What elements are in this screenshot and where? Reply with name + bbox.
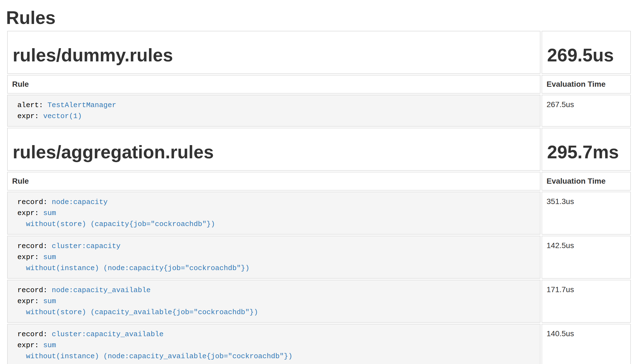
rule-expr-link[interactable]: sum xyxy=(43,297,56,305)
rule-file-header-row: rules/aggregation.rules 295.7ms xyxy=(7,128,631,171)
rule-name-link[interactable]: node:capacity_available xyxy=(52,286,151,294)
rule-expr-link-continued[interactable]: without(instance) (node:capacity_availab… xyxy=(17,352,293,360)
rules-table: rules/dummy.rules 269.5us Rule Evaluatio… xyxy=(6,30,632,364)
rule-file-header-row: rules/dummy.rules 269.5us xyxy=(7,31,631,74)
rule-eval-time: 142.5us xyxy=(542,236,631,279)
rule-expr-keyword: expr: xyxy=(17,112,43,120)
rule-keyword: alert: xyxy=(17,101,47,109)
rule-keyword: record: xyxy=(17,242,52,250)
column-header-rule: Rule xyxy=(7,172,540,191)
rule-name-link[interactable]: TestAlertManager xyxy=(47,101,116,109)
column-header-rule: Rule xyxy=(7,75,540,94)
rule-file-name: rules/dummy.rules xyxy=(13,45,173,65)
rule-code-block: record: cluster:capacity expr: sum witho… xyxy=(17,241,536,274)
rule-file-eval-cell: 269.5us xyxy=(542,31,631,74)
rule-row: alert: TestAlertManager expr: vector(1) … xyxy=(7,95,631,127)
rule-file-name: rules/aggregation.rules xyxy=(13,142,214,162)
rule-definition-cell: record: node:capacity expr: sum without(… xyxy=(7,192,540,235)
column-header-eval-time: Evaluation Time xyxy=(542,172,631,191)
rule-expr-keyword: expr: xyxy=(17,253,43,261)
rule-code-block: record: node:capacity expr: sum without(… xyxy=(17,197,536,230)
rule-keyword: record: xyxy=(17,286,52,294)
rule-eval-time: 267.5us xyxy=(542,95,631,127)
rule-keyword: record: xyxy=(17,330,52,338)
rule-expr-link[interactable]: vector(1) xyxy=(43,112,82,120)
column-header-eval-time: Evaluation Time xyxy=(542,75,631,94)
rule-row: record: node:capacity_available expr: su… xyxy=(7,280,631,323)
rule-expr-link-continued[interactable]: without(store) (capacity{job="cockroachd… xyxy=(17,220,215,228)
rule-expr-keyword: expr: xyxy=(17,209,43,217)
rule-file-cell: rules/aggregation.rules xyxy=(7,128,540,171)
rule-eval-time: 171.7us xyxy=(542,280,631,323)
rule-expr-keyword: expr: xyxy=(17,341,43,349)
rule-code-block: alert: TestAlertManager expr: vector(1) xyxy=(17,100,536,122)
rule-expr-link[interactable]: sum xyxy=(43,209,56,217)
rule-definition-cell: record: node:capacity_available expr: su… xyxy=(7,280,540,323)
rule-row: record: cluster:capacity_available expr:… xyxy=(7,324,631,364)
rule-expr-link[interactable]: sum xyxy=(43,341,56,349)
rule-code-block: record: cluster:capacity_available expr:… xyxy=(17,329,536,362)
page-title: Rules xyxy=(6,7,632,28)
rule-expr-link-continued[interactable]: without(store) (capacity_available{job="… xyxy=(17,308,258,316)
rule-name-link[interactable]: node:capacity xyxy=(52,198,108,206)
rule-eval-time: 140.5us xyxy=(542,324,631,364)
rule-expr-link-continued[interactable]: without(instance) (node:capacity{job="co… xyxy=(17,264,250,272)
rule-code-block: record: node:capacity_available expr: su… xyxy=(17,285,536,318)
rule-file-eval-total: 295.7ms xyxy=(547,142,619,162)
column-header-row: Rule Evaluation Time xyxy=(7,172,631,191)
rule-file-eval-total: 269.5us xyxy=(547,45,614,65)
rule-expr-link[interactable]: sum xyxy=(43,253,56,261)
rule-row: record: node:capacity expr: sum without(… xyxy=(7,192,631,235)
rule-file-eval-cell: 295.7ms xyxy=(542,128,631,171)
rule-definition-cell: alert: TestAlertManager expr: vector(1) xyxy=(7,95,540,127)
rule-name-link[interactable]: cluster:capacity xyxy=(52,242,121,250)
rule-definition-cell: record: cluster:capacity expr: sum witho… xyxy=(7,236,540,279)
rule-row: record: cluster:capacity expr: sum witho… xyxy=(7,236,631,279)
rule-definition-cell: record: cluster:capacity_available expr:… xyxy=(7,324,540,364)
column-header-row: Rule Evaluation Time xyxy=(7,75,631,94)
rule-keyword: record: xyxy=(17,198,52,206)
rule-expr-keyword: expr: xyxy=(17,297,43,305)
rule-name-link[interactable]: cluster:capacity_available xyxy=(52,330,164,338)
rule-file-cell: rules/dummy.rules xyxy=(7,31,540,74)
rule-eval-time: 351.3us xyxy=(542,192,631,235)
